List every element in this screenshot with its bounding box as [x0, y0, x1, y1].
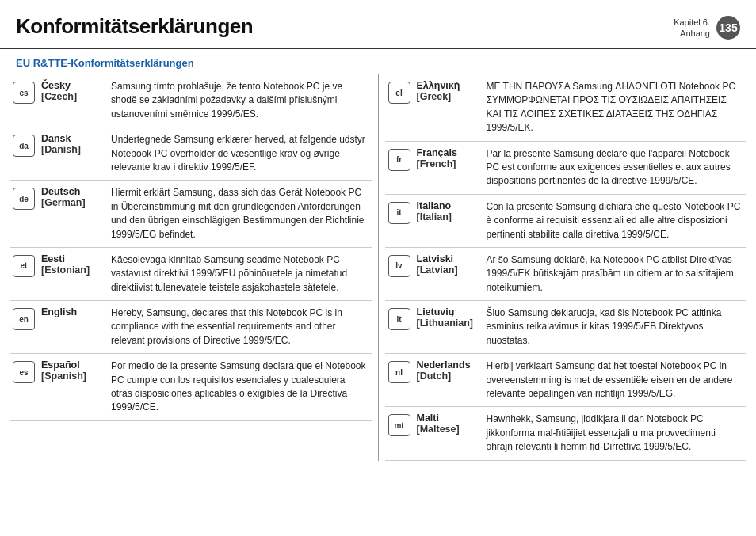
- lang-text: Ar šo Samsung deklarē, ka Notebook PC at…: [487, 253, 744, 295]
- lang-name-primary: English: [41, 306, 105, 317]
- table-row: enEnglishHereby, Samsung, declares that …: [10, 301, 372, 354]
- lang-name-primary: Ελληνική: [417, 80, 480, 91]
- lang-name: Deutsch[German]: [41, 186, 105, 208]
- page-number: 135: [716, 16, 740, 40]
- table-row: daDansk[Danish]Undertegnede Samsung erkl…: [10, 127, 372, 181]
- lang-badge: fr: [388, 149, 410, 171]
- lang-text: Par la présente Samsung déclare que l'ap…: [487, 147, 744, 188]
- lang-name: Malti[Maltese]: [417, 412, 480, 435]
- left-column: csČesky[Czech]Samsung tímto prohlašuje, …: [10, 74, 379, 461]
- table-row: nlNederlands[Dutch]Hierbij verklaart Sam…: [385, 354, 747, 407]
- page-header: Konformitätserklärungen Kapitel 6. Anhan…: [0, 0, 756, 49]
- lang-name-secondary: [Czech]: [41, 91, 105, 102]
- section-heading: EU R&TTE-Konformitätserklärungen: [0, 49, 756, 74]
- lang-text: Undertegnede Samsung erklærer herved, at…: [111, 133, 368, 174]
- lang-name-primary: Česky: [41, 80, 105, 91]
- lang-name-secondary: [Dutch]: [417, 371, 480, 382]
- lang-name: Lietuvių[Lithuanian]: [417, 306, 480, 329]
- table-row: lvLatviski[Latvian]Ar šo Samsung deklarē…: [385, 248, 747, 301]
- lang-name-secondary: [Danish]: [41, 144, 105, 155]
- lang-text: Hiermit erklärt Samsung, dass sich das G…: [111, 186, 368, 241]
- lang-name-secondary: [Latvian]: [417, 264, 480, 276]
- right-column: elΕλληνική[Greek]ΜΕ ΤΗΝ ΠΑΡΟΥΣΑ Samsung …: [379, 74, 747, 461]
- lang-text: Con la presente Samsung dichiara che que…: [487, 200, 744, 241]
- lang-badge: nl: [388, 361, 410, 383]
- lang-badge: lv: [388, 255, 410, 277]
- lang-name-primary: Deutsch: [41, 186, 105, 197]
- lang-name-primary: Latviski: [417, 253, 480, 264]
- lang-name: Nederlands[Dutch]: [417, 359, 480, 382]
- lang-badge: da: [13, 135, 35, 157]
- lang-name: Ελληνική[Greek]: [417, 80, 480, 102]
- lang-name-primary: Malti: [417, 412, 480, 424]
- lang-name-primary: Italiano: [417, 200, 480, 211]
- lang-name: Dansk[Danish]: [41, 133, 105, 155]
- lang-text: Hawnhekk, Samsung, jiddikjara li dan Not…: [487, 412, 744, 454]
- lang-text: Por medio de la presente Samsung declara…: [111, 359, 368, 415]
- lang-text: Šiuo Samsung deklaruoja, kad šis Noteboo…: [487, 306, 744, 348]
- lang-badge: de: [13, 188, 35, 210]
- lang-name-secondary: [German]: [41, 197, 105, 208]
- lang-badge: mt: [388, 414, 410, 436]
- lang-badge: et: [13, 255, 35, 277]
- lang-name: English: [41, 306, 105, 317]
- lang-name-primary: Dansk: [41, 133, 105, 144]
- lang-name-secondary: [Greek]: [417, 91, 480, 102]
- lang-name-primary: Lietuvių: [417, 306, 480, 317]
- lang-name: Latviski[Latvian]: [417, 253, 480, 276]
- lang-name-primary: Nederlands: [417, 359, 480, 371]
- lang-name: Eesti[Estonian]: [41, 253, 105, 276]
- lang-name-secondary: [Lithuanian]: [417, 317, 480, 329]
- table-row: esEspañol[Spanish]Por medio de la presen…: [10, 354, 372, 421]
- table-row: deDeutsch[German]Hiermit erklärt Samsung…: [10, 181, 372, 248]
- table-row: etEesti[Estonian]Käesolevaga kinnitab Sa…: [10, 248, 372, 301]
- lang-name-secondary: [Maltese]: [417, 424, 480, 435]
- table-row: ltLietuvių[Lithuanian]Šiuo Samsung dekla…: [385, 301, 747, 354]
- lang-text: ΜΕ ΤΗΝ ΠΑΡΟΥΣΑ Samsung ΔΗΛΩΝΕΙ ΟΤΙ Noteb…: [487, 80, 744, 135]
- lang-name-secondary: [Spanish]: [41, 371, 105, 382]
- table-row: itItaliano[Italian]Con la presente Samsu…: [385, 195, 747, 248]
- lang-name-secondary: [French]: [417, 158, 480, 169]
- chapter-label: Kapitel 6. Anhang: [674, 17, 710, 40]
- lang-badge: en: [13, 308, 35, 330]
- lang-badge: el: [388, 82, 410, 104]
- page-title: Konformitätserklärungen: [16, 14, 253, 39]
- lang-badge: cs: [13, 82, 35, 104]
- lang-name: Français[French]: [417, 147, 480, 169]
- lang-text: Hierbij verklaart Samsung dat het toeste…: [487, 359, 744, 401]
- lang-name-primary: Español: [41, 359, 105, 371]
- lang-text: Samsung tímto prohlašuje, že tento Noteb…: [111, 80, 368, 121]
- lang-name: Česky[Czech]: [41, 80, 105, 102]
- lang-name-secondary: [Estonian]: [41, 264, 105, 276]
- lang-name-primary: Eesti: [41, 253, 105, 264]
- table-row: elΕλληνική[Greek]ΜΕ ΤΗΝ ΠΑΡΟΥΣΑ Samsung …: [385, 74, 747, 142]
- lang-name: Italiano[Italian]: [417, 200, 480, 222]
- lang-name-secondary: [Italian]: [417, 211, 480, 222]
- table-row: csČesky[Czech]Samsung tímto prohlašuje, …: [10, 74, 372, 127]
- page-number-block: Kapitel 6. Anhang 135: [674, 14, 740, 40]
- lang-badge: lt: [388, 308, 410, 330]
- lang-name-primary: Français: [417, 147, 480, 158]
- table-row: mtMalti[Maltese]Hawnhekk, Samsung, jiddi…: [385, 407, 747, 460]
- lang-text: Hereby, Samsung, declares that this Note…: [111, 306, 368, 348]
- lang-name: Español[Spanish]: [41, 359, 105, 382]
- lang-badge: it: [388, 202, 410, 224]
- lang-badge: es: [13, 361, 35, 383]
- lang-text: Käesolevaga kinnitab Samsung seadme Note…: [111, 253, 368, 295]
- conformity-table: csČesky[Czech]Samsung tímto prohlašuje, …: [0, 74, 756, 461]
- table-row: frFrançais[French]Par la présente Samsun…: [385, 142, 747, 195]
